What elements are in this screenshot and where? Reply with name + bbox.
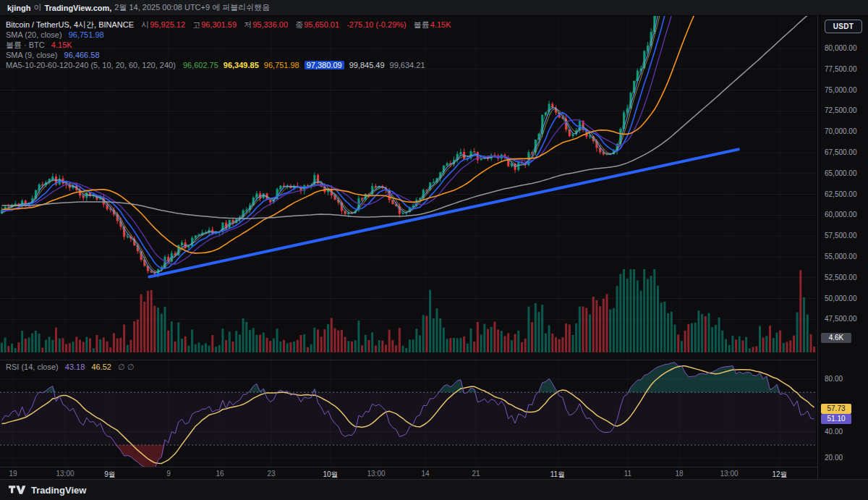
indicator-row-mas[interactable]: MA5-10-20-60-120-240 (5, 10, 20, 60, 120…	[6, 60, 451, 70]
publish-timestamp: 2월 14, 2025 00:08 UTC+9 에 퍼블리쉬했음	[114, 2, 270, 13]
rsi-axis-badge: 57.73	[821, 404, 851, 414]
author-name[interactable]: kjingh	[7, 4, 30, 12]
price-axis-label: 72,500.00	[818, 106, 868, 114]
close-label: 종	[295, 20, 303, 29]
mas-label: MA5-10-20-60-120-240 (5, 10, 20, 60, 120…	[6, 61, 176, 69]
sma20-label: SMA (20, close)	[6, 30, 62, 39]
rsi-axis-label: 20.00	[818, 454, 868, 462]
low-label: 저	[244, 20, 252, 29]
footer-bar: TradingView	[0, 479, 868, 500]
close-value: 95,650.01	[304, 20, 339, 29]
price-axis-label: 52,500.00	[818, 274, 868, 281]
tradingview-logo-icon[interactable]	[9, 485, 26, 495]
time-axis-label[interactable]: 13:00	[56, 470, 74, 478]
symbol-row: Bitcoin / TetherUS, 4시간, BINANCE 시95,925…	[6, 20, 451, 30]
sma20-value: 96,751.98	[69, 30, 104, 39]
price-axis-label: 47,500.00	[818, 315, 868, 323]
volume-label: 볼륨	[414, 20, 430, 29]
ma-value: 97,380.09	[305, 61, 344, 69]
price-axis-column[interactable]: USDT 80,000.0077,500.0075,000.0072,500.0…	[817, 16, 868, 479]
price-axis-label: 67,500.00	[818, 148, 868, 156]
rsi-axis-label: 80.00	[818, 375, 868, 383]
sma9-value: 96,466.58	[64, 51, 100, 59]
indicator-row-volume[interactable]: 볼륨 · BTC 4.15K	[6, 40, 451, 50]
rsi-pane-chart[interactable]	[0, 360, 817, 467]
indicator-row-sma20[interactable]: SMA (20, close) 96,751.98	[6, 30, 451, 40]
price-axis-label: 77,500.00	[818, 65, 868, 73]
open-value: 95,925.12	[150, 20, 185, 29]
rsi-value-1: 43.18	[65, 363, 85, 371]
volume-axis-badge: 4.6K	[821, 333, 851, 343]
price-axis-label: 62,500.00	[818, 190, 868, 198]
chart-region[interactable]: 1913:009월9162310월13:00142111월111813:0012…	[0, 16, 817, 479]
indicator-row-sma9[interactable]: SMA (9, close) 96,466.58	[6, 50, 451, 60]
price-axis-label: 60,000.00	[818, 211, 868, 219]
ma-value: 96,602.75	[183, 61, 218, 69]
ma-value: 96,751.98	[264, 61, 299, 69]
rsi-hidden-values: ∅ ∅	[118, 363, 134, 371]
time-axis-label[interactable]: 16	[216, 470, 224, 478]
ma-value: 96,349.85	[224, 61, 259, 69]
rsi-axis-label: 40.00	[818, 428, 868, 436]
time-axis-label[interactable]: 18	[675, 470, 683, 478]
volume-indicator-value: 4.15K	[51, 41, 72, 49]
low-value: 95,336.00	[252, 20, 288, 29]
price-axis-label: 70,000.00	[818, 127, 868, 135]
time-axis[interactable]: 1913:009월9162310월13:00142111월111813:0012…	[0, 467, 817, 479]
rsi-label: RSI (14, close)	[6, 363, 59, 371]
time-axis-label[interactable]: 13:00	[720, 470, 738, 478]
sma9-label: SMA (9, close)	[6, 51, 58, 59]
time-axis-label[interactable]: 23	[267, 470, 275, 478]
high-value: 96,301.59	[201, 20, 237, 29]
change-value: -275.10 (-0.29%)	[346, 20, 407, 29]
currency-toggle-button[interactable]: USDT	[825, 20, 862, 33]
price-axis-label: 50,000.00	[818, 295, 868, 302]
time-axis-label[interactable]: 9	[166, 470, 171, 478]
time-axis-label[interactable]: 13:00	[367, 470, 385, 478]
price-axis-label: 65,000.00	[818, 169, 868, 177]
open-label: 시	[141, 20, 149, 29]
ma-value: 99,845.49	[349, 61, 385, 69]
time-axis-label[interactable]: 10월	[323, 470, 338, 480]
symbol-title[interactable]: Bitcoin / TetherUS, 4시간, BINANCE	[6, 20, 134, 29]
rsi-legend[interactable]: RSI (14, close) 43.18 46.52 ∅ ∅	[6, 363, 134, 372]
time-axis-label[interactable]: 11월	[550, 470, 565, 480]
ma-value: 99,634.21	[390, 61, 425, 69]
price-axis-label: 75,000.00	[818, 86, 868, 94]
volume-indicator-label: 볼륨 · BTC	[6, 41, 45, 49]
publish-info-bar: kjingh 이 TradingView.com, 2월 14, 2025 00…	[0, 0, 868, 16]
price-axis-label: 55,000.00	[818, 253, 868, 260]
volume-value: 4.15K	[430, 20, 451, 29]
time-axis-label[interactable]: 14	[421, 470, 429, 478]
price-axis-label: 80,000.00	[818, 44, 868, 52]
time-axis-label[interactable]: 11	[624, 470, 631, 478]
site-link[interactable]: TradingView.com,	[44, 4, 111, 12]
publish-connector-text: 이	[33, 2, 41, 13]
high-label: 고	[192, 20, 200, 29]
mas-values-group: 96,602.7596,349.8596,751.9897,380.0999,8…	[178, 61, 425, 69]
price-legend: Bitcoin / TetherUS, 4시간, BINANCE 시95,925…	[6, 20, 451, 70]
brand-name[interactable]: TradingView	[31, 485, 86, 496]
rsi-axis-badge: 51.10	[821, 414, 851, 424]
time-axis-label[interactable]: 19	[9, 470, 17, 478]
time-axis-label[interactable]: 21	[472, 470, 480, 478]
price-axis-label: 57,500.00	[818, 232, 868, 240]
rsi-value-2: 46.52	[91, 363, 111, 371]
time-axis-label[interactable]: 9월	[104, 470, 116, 480]
tradingview-published-chart: kjingh 이 TradingView.com, 2월 14, 2025 00…	[0, 0, 868, 500]
time-axis-label[interactable]: 12월	[772, 470, 787, 480]
